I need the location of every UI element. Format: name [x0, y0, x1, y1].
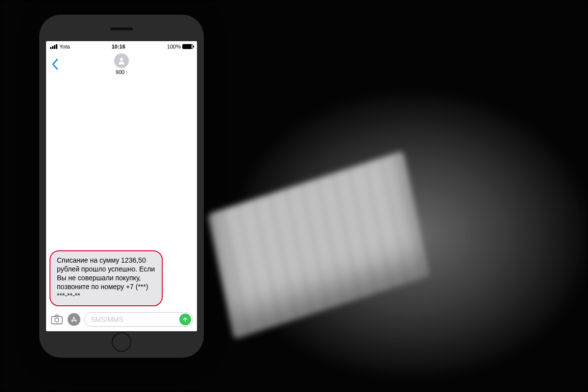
phone-device: Yota 10:16 100% 900 ›: [39, 15, 204, 358]
incoming-message-bubble[interactable]: Списание на сумму 1236,50 рублей прошло …: [51, 252, 161, 305]
nav-header: 900 ›: [46, 52, 197, 76]
message-text: Списание на сумму 1236,50 рублей прошло …: [57, 256, 155, 299]
appstore-button[interactable]: [68, 313, 80, 326]
person-icon: [117, 56, 126, 65]
camera-icon: [51, 315, 63, 324]
avatar: [114, 53, 129, 68]
contact-name-row: 900 ›: [116, 69, 127, 75]
arrow-up-icon: [182, 317, 188, 322]
chevron-left-icon: [52, 59, 58, 70]
battery-percent: 100%: [167, 44, 181, 49]
svg-point-0: [120, 58, 123, 61]
camera-button[interactable]: [50, 313, 64, 326]
screen: Yota 10:16 100% 900 ›: [46, 41, 197, 331]
phone-speaker: [110, 27, 133, 30]
signal-icon: [50, 44, 57, 49]
status-bar-left: Yota: [50, 44, 70, 49]
input-placeholder: SMS/MMS: [91, 316, 123, 323]
status-bar-right: 100%: [167, 44, 193, 49]
chevron-right-icon: ›: [125, 69, 127, 75]
back-button[interactable]: [49, 52, 61, 76]
appstore-icon: [71, 316, 77, 323]
contact-header[interactable]: 900 ›: [114, 53, 129, 75]
home-button[interactable]: [112, 332, 131, 352]
status-bar: Yota 10:16 100%: [46, 41, 197, 52]
composer-bar: SMS/MMS: [46, 311, 197, 331]
send-button[interactable]: [179, 314, 191, 325]
carrier-label: Yota: [59, 44, 70, 49]
contact-name: 900: [116, 69, 124, 75]
message-input[interactable]: SMS/MMS: [84, 312, 193, 327]
clock: 10:16: [112, 44, 125, 49]
message-thread[interactable]: Списание на сумму 1236,50 рублей прошло …: [46, 76, 197, 311]
battery-icon: [182, 44, 193, 49]
svg-point-2: [55, 318, 59, 322]
